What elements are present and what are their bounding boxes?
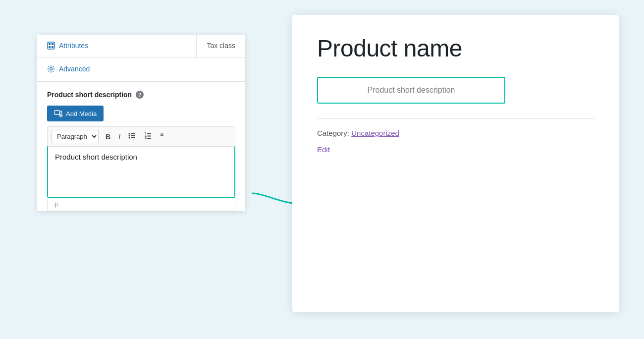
gear-icon bbox=[47, 65, 55, 73]
svg-point-10 bbox=[129, 135, 130, 137]
italic-button[interactable]: I bbox=[115, 131, 123, 143]
editor-content-area[interactable]: Product short description bbox=[47, 146, 235, 198]
product-edit-link[interactable]: Edit bbox=[317, 145, 594, 154]
numbered-list-button[interactable]: 1. 2. 3. bbox=[141, 130, 155, 143]
short-description-section: Product short description ? Add Media Pa… bbox=[37, 81, 245, 211]
short-description-preview-box: Product short description bbox=[317, 77, 505, 104]
product-preview-panel: Product name Product short description C… bbox=[292, 15, 619, 312]
svg-rect-15 bbox=[147, 133, 151, 134]
svg-rect-3 bbox=[49, 46, 51, 48]
add-media-button[interactable]: Add Media bbox=[47, 106, 104, 121]
category-label: Category: bbox=[317, 129, 349, 137]
editor-text: Product short description bbox=[55, 153, 227, 161]
svg-point-12 bbox=[129, 137, 130, 139]
attributes-icon bbox=[47, 42, 55, 50]
tab-attributes-label: Attributes bbox=[59, 42, 88, 50]
tax-class-label: Tax class bbox=[197, 35, 245, 57]
tab-advanced[interactable]: Advanced bbox=[37, 58, 245, 81]
tab-bar: Attributes Tax class bbox=[37, 35, 245, 58]
svg-rect-0 bbox=[48, 42, 54, 49]
svg-point-8 bbox=[129, 133, 130, 135]
blockquote-button[interactable]: “ bbox=[157, 130, 167, 143]
tab-advanced-label: Advanced bbox=[59, 65, 90, 73]
help-icon[interactable]: ? bbox=[136, 91, 144, 99]
product-divider bbox=[317, 118, 594, 119]
product-name-heading: Product name bbox=[317, 35, 594, 62]
section-title: Product short description ? bbox=[47, 91, 235, 99]
add-media-icon bbox=[54, 109, 63, 118]
svg-rect-17 bbox=[147, 136, 151, 137]
bold-button[interactable]: B bbox=[103, 131, 113, 143]
editor-footer: p bbox=[47, 198, 235, 211]
tab-attributes[interactable]: Attributes bbox=[37, 35, 98, 57]
svg-rect-9 bbox=[131, 133, 135, 134]
bullet-list-button[interactable] bbox=[125, 130, 139, 143]
wordpress-editor-panel: Attributes Tax class Advanced Product sh… bbox=[37, 35, 245, 211]
category-link[interactable]: Uncategorized bbox=[351, 129, 399, 137]
svg-text:3.: 3. bbox=[145, 136, 147, 139]
svg-rect-6 bbox=[54, 111, 59, 114]
svg-rect-2 bbox=[52, 43, 54, 45]
svg-rect-4 bbox=[52, 46, 54, 48]
svg-rect-13 bbox=[131, 137, 135, 138]
svg-rect-19 bbox=[147, 138, 151, 139]
svg-point-5 bbox=[50, 68, 53, 70]
product-category: Category: Uncategorized bbox=[317, 129, 594, 137]
editor-toolbar: Paragraph B I 1. 2. bbox=[47, 126, 235, 146]
paragraph-select[interactable]: Paragraph bbox=[52, 130, 99, 143]
svg-rect-1 bbox=[49, 43, 51, 45]
svg-rect-11 bbox=[131, 135, 135, 136]
